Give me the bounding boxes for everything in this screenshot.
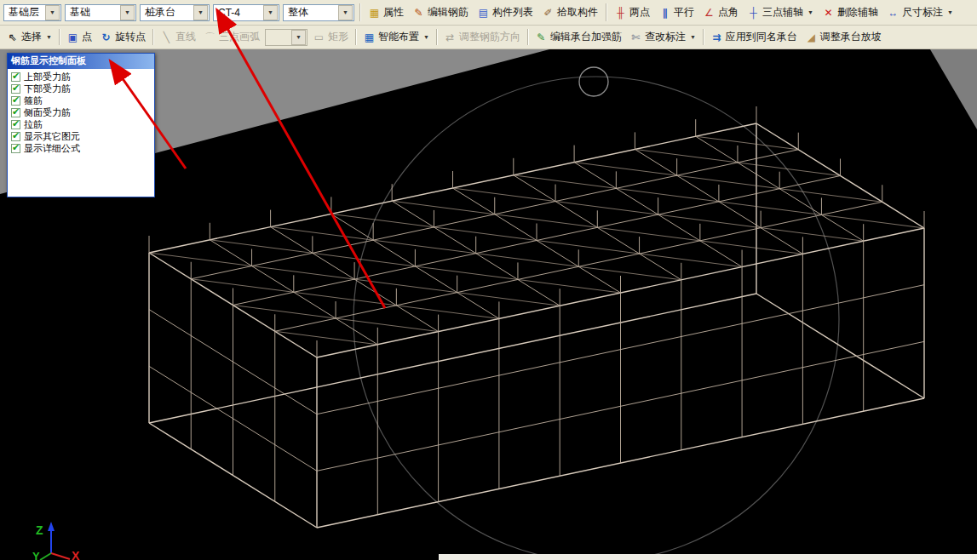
toolbar-separator (355, 29, 356, 45)
category-combo[interactable]: 基础 (65, 4, 136, 21)
adjust-rebar-direction-button[interactable]: 调整钢筋方向 (441, 28, 523, 46)
toolbar-separator (436, 29, 437, 45)
three-point-arc-icon (204, 31, 216, 43)
three-point-arc-button[interactable]: 三点画弧 (201, 28, 262, 46)
checkbox-label: 下部受力筋 (24, 83, 71, 94)
adjust-rebar-direction-icon (444, 31, 457, 43)
checkbox-icon[interactable] (11, 132, 20, 141)
parallel-button[interactable]: 平行 (656, 3, 697, 21)
panel-body: 上部受力筋 下部受力筋 箍筋 侧面受力筋 拉筋 (8, 69, 154, 157)
component-name-combo-value: CT-4 (218, 7, 240, 19)
component-list-icon (477, 7, 490, 19)
toolbar-separator (703, 29, 704, 45)
chevron-down-icon[interactable] (193, 5, 208, 20)
adjust-cap-slope-label: 调整承台放坡 (820, 30, 882, 44)
component-name-combo[interactable]: CT-4 (213, 4, 279, 21)
checkbox-lower-stress-rebar[interactable]: 下部受力筋 (11, 83, 152, 94)
background-window-edge (439, 554, 977, 560)
floor-combo[interactable]: 基础层 (3, 4, 61, 21)
checkbox-icon[interactable] (11, 108, 20, 117)
checkbox-side-stress-rebar[interactable]: 侧面受力筋 (11, 107, 152, 118)
checkbox-icon[interactable] (11, 120, 20, 129)
checkbox-label: 显示详细公式 (24, 143, 80, 154)
floor-combo-value: 基础层 (9, 5, 39, 20)
main-toolbar: 基础层 基础 桩承台 CT-4 整体 属性 编辑钢筋 (0, 0, 977, 26)
rotate-point-label: 旋转点 (115, 30, 146, 44)
viewport: ZXY 钢筋显示控制面板 上部受力筋 下部受力筋 箍筋 侧 (0, 49, 977, 560)
line-icon (160, 31, 173, 43)
category-combo-value: 基础 (70, 5, 90, 20)
component-list-label: 构件列表 (492, 5, 533, 20)
two-point-button[interactable]: 两点 (612, 3, 652, 21)
three-point-aux-axis-label: 三点辅轴 (762, 5, 803, 20)
point-label: 点 (82, 30, 92, 44)
point-angle-button[interactable]: 点角 (700, 3, 741, 21)
checkbox-label: 显示其它图元 (24, 131, 80, 142)
axis-y-label: Y (32, 550, 40, 560)
checkbox-icon[interactable] (11, 96, 20, 106)
checkbox-tie-bar[interactable]: 拉筋 (11, 119, 152, 130)
checkbox-upper-stress-rebar[interactable]: 上部受力筋 (11, 71, 152, 83)
adjust-rebar-direction-label: 调整钢筋方向 (459, 30, 520, 44)
adjust-cap-slope-button[interactable]: 调整承台放坡 (802, 28, 884, 46)
rectangle-icon (313, 31, 325, 43)
point-angle-label: 点角 (718, 5, 738, 20)
edit-cap-reinforcement-label: 编辑承台加强筋 (550, 30, 622, 44)
component-list-button[interactable]: 构件列表 (474, 3, 536, 21)
three-point-aux-axis-icon (747, 7, 760, 19)
two-point-label: 两点 (629, 5, 650, 20)
chevron-down-icon[interactable] (45, 5, 60, 20)
edit-cap-reinforcement-button[interactable]: 编辑承台加强筋 (532, 28, 624, 46)
rectangle-button[interactable]: 矩形 (310, 28, 351, 46)
checkbox-icon[interactable] (11, 144, 20, 153)
chevron-down-icon[interactable] (120, 5, 135, 20)
checkbox-show-detailed-formula[interactable]: 显示详细公式 (11, 143, 152, 154)
edit-rebar-label: 编辑钢筋 (428, 5, 468, 20)
axis-x-label: X (72, 549, 80, 560)
checkbox-label: 上部受力筋 (24, 71, 71, 83)
checkbox-stirrup[interactable]: 箍筋 (11, 95, 152, 106)
toolbar-separator (59, 29, 60, 45)
apply-to-same-name-cap-button[interactable]: 应用到同名承台 (708, 28, 800, 46)
checkbox-icon[interactable] (11, 72, 20, 82)
chevron-down-icon[interactable] (291, 30, 306, 45)
apply-to-same-name-icon (710, 31, 723, 43)
rectangle-label: 矩形 (328, 30, 348, 44)
three-point-arc-label: 三点画弧 (219, 30, 260, 44)
line-button[interactable]: 直线 (158, 28, 198, 46)
check-annotation-icon (629, 31, 642, 43)
delete-aux-axis-label: 删除辅轴 (837, 5, 878, 20)
rotate-point-button[interactable]: 旋转点 (97, 28, 148, 46)
checkbox-label: 侧面受力筋 (24, 107, 71, 118)
parallel-label: 平行 (674, 5, 694, 20)
component-type-combo[interactable]: 桩承台 (140, 4, 210, 21)
point-button[interactable]: 点 (64, 28, 95, 46)
view-mode-combo[interactable]: 整体 (283, 4, 354, 21)
properties-button[interactable]: 属性 (365, 3, 406, 21)
chevron-down-icon[interactable] (263, 5, 278, 20)
delete-aux-axis-button[interactable]: 删除辅轴 (819, 3, 881, 21)
three-point-aux-axis-button[interactable]: 三点辅轴 (744, 3, 816, 21)
checkbox-show-other-elements[interactable]: 显示其它图元 (11, 131, 152, 142)
checkbox-label: 箍筋 (24, 95, 43, 106)
panel-title[interactable]: 钢筋显示控制面板 (8, 54, 154, 69)
view-mode-combo-value: 整体 (288, 5, 308, 20)
checkbox-icon[interactable] (11, 84, 20, 94)
chevron-down-icon[interactable] (338, 5, 353, 20)
check-annotation-button[interactable]: 查改标注 (627, 28, 698, 46)
arc-options-combo[interactable] (265, 29, 307, 46)
select-cursor-icon (6, 31, 19, 43)
smart-layout-button[interactable]: 智能布置 (360, 28, 432, 46)
adjust-cap-slope-icon (805, 31, 818, 43)
apply-to-same-name-label: 应用到同名承台 (726, 30, 797, 44)
edit-cap-reinforcement-icon (535, 31, 548, 43)
app-window: 基础层 基础 桩承台 CT-4 整体 属性 编辑钢筋 (0, 0, 977, 560)
properties-label: 属性 (383, 5, 404, 20)
rebar-display-control-panel[interactable]: 钢筋显示控制面板 上部受力筋 下部受力筋 箍筋 侧面受力筋 (7, 53, 155, 197)
dimension-button[interactable]: 尺寸标注 (884, 3, 956, 21)
edit-rebar-button[interactable]: 编辑钢筋 (410, 3, 471, 21)
select-button[interactable]: 选择 (3, 28, 55, 46)
parallel-icon (658, 7, 671, 19)
pick-component-button[interactable]: 拾取构件 (539, 3, 601, 21)
dimension-icon (887, 7, 899, 19)
